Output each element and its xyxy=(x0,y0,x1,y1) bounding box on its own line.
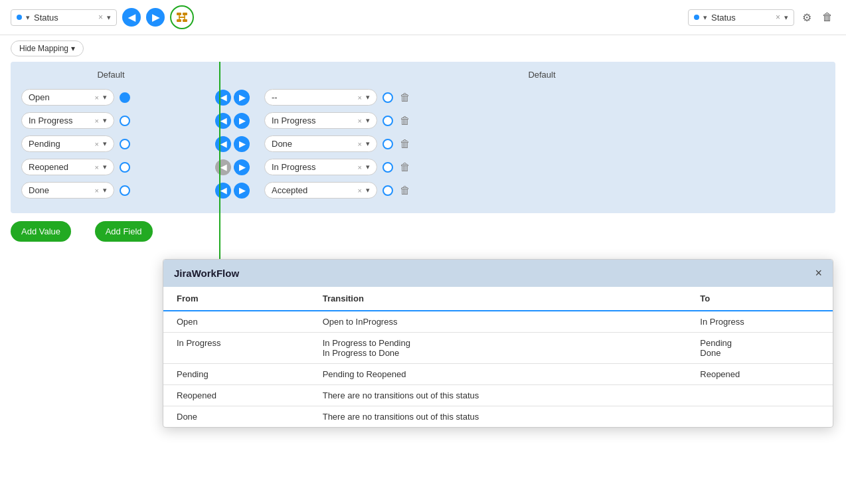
left-field-close[interactable]: × xyxy=(98,13,103,22)
row-1-transition-2: In Progress to Done xyxy=(323,348,674,358)
mapping-row-0: Open × ▾ ◀ ▶ -- × ▾ 🗑 xyxy=(21,89,825,106)
row-0-arrow-right[interactable]: ▶ xyxy=(234,90,250,106)
row-1-left-radio[interactable] xyxy=(120,116,130,126)
row-1-to-2: Done xyxy=(700,348,819,358)
row-2-to: Reopened xyxy=(687,364,833,385)
hide-mapping-label: Hide Mapping xyxy=(19,44,68,53)
row-2-right-select[interactable]: Done × ▾ xyxy=(264,135,377,152)
svg-rect-3 xyxy=(177,19,181,22)
row-3-right-chevron[interactable]: ▾ xyxy=(366,163,370,171)
nav-next-button[interactable]: ▶ xyxy=(146,8,165,27)
row-2-right-close[interactable]: × xyxy=(358,140,362,148)
left-field-section: ▾ Status × ▾ ◀ ▶ xyxy=(11,5,194,29)
right-field-chevron[interactable]: ▾ xyxy=(784,13,788,22)
row-0-arrow-left[interactable]: ◀ xyxy=(215,90,231,106)
row-1-right-select[interactable]: In Progress × ▾ xyxy=(264,112,377,129)
left-field-chevron[interactable]: ▾ xyxy=(107,13,111,22)
row-1-left: In Progress × ▾ xyxy=(21,112,201,129)
row-4-arrow-left[interactable]: ◀ xyxy=(215,183,231,199)
row-3-left-radio[interactable] xyxy=(120,162,130,173)
hide-mapping-button[interactable]: Hide Mapping ▾ xyxy=(11,41,84,56)
row-1-to-1: Pending xyxy=(700,338,819,348)
row-3-right-select[interactable]: In Progress × ▾ xyxy=(264,159,377,175)
row-2-right-radio[interactable] xyxy=(382,139,393,149)
row-3-left-select[interactable]: Reopened × ▾ xyxy=(21,159,114,175)
row-4-right: Accepted × ▾ 🗑 xyxy=(264,182,412,199)
row-1-delete[interactable]: 🗑 xyxy=(398,114,412,128)
row-3-right-value: In Progress xyxy=(272,162,354,172)
row-3-left: Reopened × ▾ xyxy=(21,159,201,175)
mapping-row-4: Done × ▾ ◀ ▶ Accepted × ▾ 🗑 xyxy=(21,182,825,199)
row-0-transition: Open to InProgress xyxy=(309,311,687,333)
row-4-right-chevron[interactable]: ▾ xyxy=(366,186,370,195)
row-0-delete[interactable]: 🗑 xyxy=(398,90,412,105)
row-1-to: Pending Done xyxy=(687,333,833,364)
row-4-left-close[interactable]: × xyxy=(95,187,99,195)
row-4-right-close[interactable]: × xyxy=(358,187,362,195)
row-0-right-value: -- xyxy=(272,92,354,102)
row-4-left-select[interactable]: Done × ▾ xyxy=(21,182,114,199)
row-4-right-radio[interactable] xyxy=(382,185,393,196)
row-3-from: Reopened xyxy=(163,385,309,406)
row-1-arrow-left[interactable]: ◀ xyxy=(215,113,231,129)
row-1-right-chevron[interactable]: ▾ xyxy=(366,116,370,125)
row-1-left-select[interactable]: In Progress × ▾ xyxy=(21,112,114,129)
dialog-body: From Transition To Open Open to InProgre… xyxy=(163,287,833,427)
row-2-left-chevron[interactable]: ▾ xyxy=(103,139,107,148)
row-1-right-radio[interactable] xyxy=(382,116,393,126)
row-2-left-select[interactable]: Pending × ▾ xyxy=(21,135,114,152)
row-0-right-select[interactable]: -- × ▾ xyxy=(264,89,377,106)
row-2-arrow-right[interactable]: ▶ xyxy=(234,136,250,152)
right-field-select[interactable]: ▾ Status × ▾ xyxy=(688,9,794,26)
row-0-left-chevron[interactable]: ▾ xyxy=(103,93,107,102)
workflow-icon-button[interactable] xyxy=(170,5,194,29)
row-1-left-close[interactable]: × xyxy=(95,117,99,125)
add-value-button[interactable]: Add Value xyxy=(11,221,71,242)
workflow-row-1: In Progress In Progress to Pending In Pr… xyxy=(163,333,833,364)
workflow-table: From Transition To Open Open to InProgre… xyxy=(163,287,833,427)
row-0-right-close[interactable]: × xyxy=(358,94,362,102)
row-2-left-radio[interactable] xyxy=(120,139,130,149)
row-0-left-select[interactable]: Open × ▾ xyxy=(21,89,114,106)
row-1-arrow-right[interactable]: ▶ xyxy=(234,113,250,129)
row-4-left-radio[interactable] xyxy=(120,185,130,196)
row-0-right-chevron[interactable]: ▾ xyxy=(366,93,370,102)
row-2-left-close[interactable]: × xyxy=(95,140,99,148)
row-0-left-radio[interactable] xyxy=(120,92,130,103)
row-3-arrow-left[interactable]: ◀ xyxy=(215,159,231,175)
workflow-row-3: Reopened There are no transitions out of… xyxy=(163,385,833,406)
row-0-right-radio[interactable] xyxy=(382,92,393,103)
row-4-delete[interactable]: 🗑 xyxy=(398,183,412,198)
nav-prev-button[interactable]: ◀ xyxy=(122,8,141,27)
row-3-left-close[interactable]: × xyxy=(95,163,99,171)
settings-button[interactable]: ⚙ xyxy=(800,9,814,27)
green-arrow-overlay xyxy=(190,22,456,288)
row-4-right-select[interactable]: Accepted × ▾ xyxy=(264,182,377,199)
row-2-arrow-left[interactable]: ◀ xyxy=(215,136,231,152)
add-field-button[interactable]: Add Field xyxy=(95,221,153,242)
row-3-right-close[interactable]: × xyxy=(358,163,362,171)
row-3-right-radio[interactable] xyxy=(382,162,393,173)
row-1-right: In Progress × ▾ 🗑 xyxy=(264,112,412,129)
row-1-left-chevron[interactable]: ▾ xyxy=(103,116,107,125)
left-field-select[interactable]: ▾ Status × ▾ xyxy=(11,9,117,26)
dialog-close-button[interactable]: × xyxy=(815,266,822,280)
right-field-close[interactable]: × xyxy=(776,13,780,22)
svg-rect-1 xyxy=(183,19,187,22)
svg-rect-2 xyxy=(183,13,187,15)
row-2-right-chevron[interactable]: ▾ xyxy=(366,139,370,148)
svg-rect-0 xyxy=(177,13,181,15)
row-4-arrow-right[interactable]: ▶ xyxy=(234,183,250,199)
delete-button[interactable]: 🗑 xyxy=(819,9,835,26)
mapping-row-3: Reopened × ▾ ◀ ▶ In Progress × ▾ 🗑 xyxy=(21,159,825,175)
row-4-left-chevron[interactable]: ▾ xyxy=(103,186,107,195)
left-field-dot xyxy=(17,15,22,20)
row-2-delete[interactable]: 🗑 xyxy=(398,137,412,151)
row-3-arrow-right[interactable]: ▶ xyxy=(234,159,250,175)
row-3-delete[interactable]: 🗑 xyxy=(398,160,412,175)
row-1-right-close[interactable]: × xyxy=(358,117,362,125)
row-0-left-close[interactable]: × xyxy=(95,94,99,102)
workflow-row-0: Open Open to InProgress In Progress xyxy=(163,311,833,333)
right-field-type-icon: ▾ xyxy=(703,13,707,22)
row-3-left-chevron[interactable]: ▾ xyxy=(103,163,107,171)
